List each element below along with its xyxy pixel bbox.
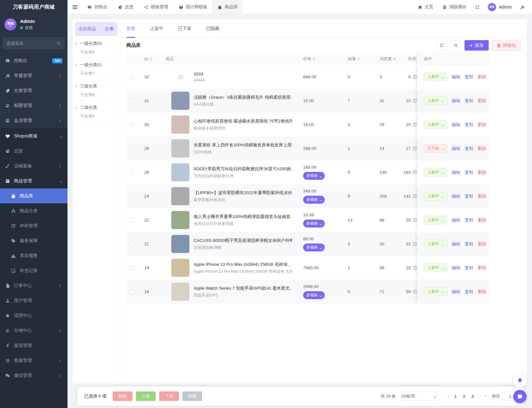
delete-link[interactable]: 删除 xyxy=(478,74,486,80)
status-dropdown[interactable]: 上架中 xyxy=(424,264,447,272)
sidebar-item-权限管理[interactable]: 权限管理 xyxy=(0,98,67,113)
product-thumbnail[interactable] xyxy=(171,163,189,181)
edit-link[interactable]: 编辑 xyxy=(452,170,460,175)
chat-fab[interactable] xyxy=(513,390,527,403)
product-thumbnail[interactable] xyxy=(171,259,189,277)
sidebar-item-评价管理[interactable]: 评价管理 xyxy=(0,218,67,233)
delete-link[interactable]: 删除 xyxy=(478,122,486,128)
product-thumbnail[interactable] xyxy=(171,235,189,253)
sidebar-item-订单中心[interactable]: 订单中心 xyxy=(0,278,67,293)
product-title[interactable]: CACUSS B0520帽子男百搭潮流棒球帽女休闲户外鸭... xyxy=(194,238,292,243)
sidebar-item-应用中心[interactable]: 应用中心 xyxy=(0,308,67,323)
column-header-ID[interactable]: ID xyxy=(139,57,166,61)
stock-edit-icon[interactable] xyxy=(412,194,417,199)
product-title[interactable]: 洁丽雅（Grace）3条抗菌新疆棉毛巾 纯棉柔软家用... xyxy=(194,95,292,100)
product-thumbnail[interactable] xyxy=(171,187,189,205)
menu-search-input[interactable] xyxy=(6,41,56,46)
stock-edit-icon[interactable] xyxy=(412,218,417,222)
delete-link[interactable]: 删除 xyxy=(478,98,486,104)
row-checkbox[interactable] xyxy=(130,75,135,79)
prev-page-button[interactable] xyxy=(442,392,450,401)
copy-link[interactable]: 复制 xyxy=(465,74,473,80)
category-collapse-button[interactable]: 折叠 xyxy=(105,26,114,32)
product-title[interactable]: 猫人男士睡衣男夏季100%纯棉薄款圆领套头短袖套... xyxy=(194,214,292,220)
row-checkbox[interactable] xyxy=(130,242,135,246)
product-thumbnail[interactable] xyxy=(171,116,189,134)
copy-link[interactable]: 复制 xyxy=(465,289,473,295)
stock-edit-icon[interactable] xyxy=(412,146,417,151)
sidebar-item-商品分类[interactable]: 商品分类 xyxy=(0,203,67,218)
edit-link[interactable]: 编辑 xyxy=(452,146,460,151)
edit-link[interactable]: 编辑 xyxy=(452,217,460,223)
delete-link[interactable]: 删除 xyxy=(478,289,486,295)
topbar-tab-控制台[interactable]: 控制台 xyxy=(82,0,113,14)
edit-link[interactable]: 编辑 xyxy=(452,193,460,199)
category-tree-item[interactable]: 一级分类02子分类6 xyxy=(75,37,117,59)
sort-icon[interactable] xyxy=(394,57,395,60)
tab-已下架[interactable]: 已下架 xyxy=(178,19,191,38)
copy-link[interactable]: 复制 xyxy=(465,170,473,175)
caret-right-icon[interactable] xyxy=(76,106,77,109)
notification-fab[interactable] xyxy=(513,374,527,387)
sidebar-item-提现管理[interactable]: 提现管理 xyxy=(0,338,67,353)
copy-link[interactable]: 复制 xyxy=(465,193,473,199)
search-button[interactable] xyxy=(450,40,461,51)
batch-上架-button[interactable]: 上架 xyxy=(136,391,156,401)
sidebar-item-总览[interactable]: 总览 xyxy=(0,144,67,158)
stock-edit-icon[interactable] xyxy=(412,98,417,103)
row-checkbox[interactable] xyxy=(130,99,135,103)
sort-icon[interactable] xyxy=(150,57,152,60)
settings-button[interactable] xyxy=(516,0,529,14)
page-size-select[interactable]: 10条/页 xyxy=(401,391,436,401)
sidebar-item-商品库[interactable]: 商品库 xyxy=(0,188,67,203)
refresh-button[interactable] xyxy=(436,40,447,51)
next-page-button[interactable] xyxy=(478,392,486,401)
status-dropdown[interactable]: 已下架 xyxy=(424,144,447,153)
status-dropdown[interactable]: 上架中 xyxy=(424,216,447,224)
product-title[interactable]: 3333 xyxy=(194,72,205,76)
product-title[interactable]: 【UPF80+】波司登防晒衣2022年夏季防紫外线冰丝... xyxy=(194,190,292,196)
page-1-button[interactable]: 1 xyxy=(451,392,460,401)
status-dropdown[interactable]: 上架中 xyxy=(424,192,447,200)
tab-已隐藏[interactable]: 已隐藏 xyxy=(206,19,219,38)
delete-link[interactable]: 删除 xyxy=(478,170,486,175)
copy-link[interactable]: 复制 xyxy=(465,241,473,247)
sidebar-item-微信管理[interactable]: 微信管理 xyxy=(0,368,67,383)
edit-link[interactable]: 编辑 xyxy=(452,98,460,104)
sort-icon[interactable] xyxy=(313,57,315,60)
status-dropdown[interactable]: 上架中 xyxy=(424,240,447,248)
delete-link[interactable]: 删除 xyxy=(478,146,486,151)
row-checkbox[interactable] xyxy=(130,266,135,270)
batch-隐藏-button[interactable]: 隐藏 xyxy=(182,391,202,401)
caret-right-icon[interactable] xyxy=(76,85,77,88)
stock-edit-icon[interactable] xyxy=(412,242,417,246)
row-checkbox[interactable] xyxy=(130,218,135,222)
column-header-销量[interactable]: 销量 xyxy=(344,56,376,62)
copy-link[interactable]: 复制 xyxy=(465,122,473,128)
multi-spec-badge[interactable]: 多规格 xyxy=(303,291,325,299)
row-checkbox[interactable] xyxy=(130,170,135,175)
status-dropdown[interactable]: 上架中 xyxy=(424,96,447,105)
sidebar-item-分销中心[interactable]: 分销中心 xyxy=(0,323,67,338)
sidebar-item-客服管理[interactable]: 客服管理 xyxy=(0,353,67,368)
menu-toggle-button[interactable] xyxy=(67,0,82,14)
copy-link[interactable]: 复制 xyxy=(465,146,473,151)
sort-icon[interactable] xyxy=(358,57,359,60)
topbar-tab-商品库[interactable]: 商品库 xyxy=(212,0,243,14)
multi-spec-badge[interactable]: 多规格 xyxy=(303,243,325,251)
multi-spec-badge[interactable]: 多规格 xyxy=(303,220,325,228)
sidebar-item-常规管理[interactable]: 常规管理 xyxy=(0,68,67,83)
category-tree-item[interactable]: 二级分类子分类6 xyxy=(75,101,117,123)
row-checkbox[interactable] xyxy=(130,290,135,294)
page-2-button[interactable]: 2 xyxy=(460,392,468,401)
status-dropdown[interactable]: 上架中 xyxy=(424,120,447,129)
category-all-label[interactable]: 全部商品 xyxy=(79,26,96,32)
product-thumbnail[interactable] xyxy=(171,283,189,301)
sidebar-item-库存预警[interactable]: 库存预警 xyxy=(0,248,67,263)
product-title[interactable]: Apple iPhone 13 Pro Max (A2644) 256GB 苍岭… xyxy=(194,262,292,267)
sidebar-item-会员管理[interactable]: 会员管理 xyxy=(0,113,67,128)
clear-cache-link[interactable]: 清除缓存 xyxy=(438,0,471,14)
product-title[interactable]: SOO行李箱男万向轮拉杆箱耐磨抗摔26英寸A330旅... xyxy=(194,166,292,172)
caret-right-icon[interactable] xyxy=(76,64,77,66)
multi-spec-badge[interactable]: 多规格 xyxy=(303,196,325,204)
